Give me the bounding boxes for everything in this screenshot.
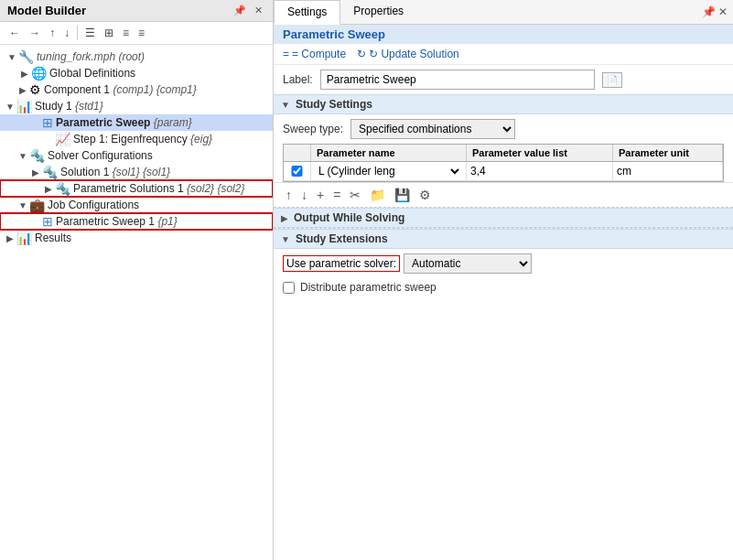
param-toolbar: ↑ ↓ + = ✂ 📁 💾 ⚙ (274, 182, 733, 207)
param-edit[interactable]: = (330, 187, 343, 203)
compute-label: = Compute (292, 48, 346, 60)
forward-button[interactable]: → (26, 25, 44, 41)
label-input[interactable] (320, 70, 595, 90)
param-add[interactable]: + (314, 187, 327, 203)
tree-item-sol2[interactable]: ▶ 🔩 Parametric Solutions 1 {sol2} {sol2} (0, 180, 273, 197)
output-header[interactable]: ▶ Output While Solving (274, 208, 733, 228)
toolbar-menu3[interactable]: ≡ (119, 25, 133, 41)
toggle-results[interactable]: ▶ (4, 233, 16, 243)
cell-unit-0: cm (613, 162, 723, 180)
param-solver-select[interactable]: Automatic On Off (404, 253, 532, 274)
tree-item-p1[interactable]: ▶ ⊞ Parametric Sweep 1 {p1} (0, 213, 273, 230)
left-panel: Model Builder 📌 ✕ ← → ↑ ↓ ☰ ⊞ ≡ ≡ ▼ 🔧 tu… (0, 0, 274, 560)
close-right-button[interactable]: ✕ (718, 5, 728, 18)
sol1-icon: 🔩 (42, 165, 58, 179)
compute-icon: = (283, 48, 289, 60)
down-button[interactable]: ↓ (60, 25, 73, 41)
param-value-input-0[interactable] (470, 165, 609, 178)
study-settings-title: Study Settings (296, 98, 372, 111)
update-solution-button[interactable]: ↻ ↻ Update Solution (357, 48, 459, 60)
p1-label: Parametric Sweep 1 {p1} (56, 215, 178, 228)
root-icon: 🔧 (18, 49, 34, 64)
param-unit-text-0: cm (617, 165, 631, 178)
param-move-down[interactable]: ↓ (298, 187, 310, 203)
study-extensions-section: ▼ Study Extensions Use parametric solver… (274, 228, 733, 296)
toggle-sol2[interactable]: ▶ (42, 184, 55, 194)
close-left-button[interactable]: ✕ (252, 4, 265, 17)
study-settings-header[interactable]: ▼ Study Settings (274, 94, 733, 114)
tree-item-global[interactable]: ▶ 🌐 Global Definitions (0, 65, 273, 81)
step1-label: Step 1: Eigenfrequency {eig} (73, 133, 212, 145)
tree-item-comp1[interactable]: ▶ ⚙ Component 1 (comp1) {comp1} (0, 81, 273, 98)
model-tree: ▼ 🔧 tuning_fork.mph (root) ▶ 🌐 Global De… (0, 45, 273, 560)
param-name-select-0[interactable]: L (Cylinder leng (315, 164, 462, 178)
pin-right-button[interactable]: 📌 (702, 5, 716, 18)
toolbar-menu1[interactable]: ☰ (81, 25, 99, 41)
toggle-study1[interactable]: ▼ (4, 102, 16, 112)
tab-settings[interactable]: Settings (274, 0, 340, 25)
toggle-solvercfg[interactable]: ▼ (16, 151, 29, 161)
toggle-comp1[interactable]: ▶ (16, 85, 29, 95)
update-icon: ↻ (357, 48, 366, 60)
sol2-label: Parametric Solutions 1 {sol2} {sol2} (73, 182, 244, 195)
tab-properties[interactable]: Properties (340, 0, 416, 24)
study-settings-arrow: ▼ (281, 100, 290, 110)
toggle-root[interactable]: ▼ (5, 52, 18, 62)
p1-icon: ⊞ (42, 214, 53, 229)
tree-item-jobcfg[interactable]: ▼ 💼 Job Configurations (0, 197, 273, 213)
study-ext-title: Study Extensions (296, 232, 388, 245)
param-folder[interactable]: 📁 (367, 187, 388, 203)
tab-controls: 📌 ✕ (696, 3, 733, 21)
study-ext-arrow: ▼ (281, 234, 290, 244)
sol1-label: Solution 1 {sol1} {sol1} (60, 166, 170, 178)
param-move-up[interactable]: ↑ (283, 187, 295, 203)
col-param-value: Parameter value list (467, 145, 613, 161)
tree-item-solvercfg[interactable]: ▼ 🔩 Solver Configurations (0, 147, 273, 164)
toggle-jobcfg[interactable]: ▼ (16, 200, 29, 210)
toolbar-menu2[interactable]: ⊞ (101, 25, 117, 41)
doc-button[interactable]: 📄 (602, 72, 622, 88)
toolbar-separator-1 (77, 26, 78, 40)
row-checkbox-0[interactable] (287, 166, 307, 177)
toggle-sol1[interactable]: ▶ (29, 167, 42, 178)
solvercfg-label: Solver Configurations (48, 149, 153, 162)
action-bar: = = Compute ↻ ↻ Update Solution (274, 44, 733, 65)
tree-item-results[interactable]: ▶ 📊 Results (0, 230, 273, 246)
compute-button[interactable]: = = Compute (283, 48, 346, 60)
global-icon: 🌐 (31, 66, 47, 81)
param-table: Parameter name Parameter value list Para… (283, 144, 724, 182)
right-tabs: Settings Properties 📌 ✕ (274, 0, 733, 25)
sweep-type-select[interactable]: Specified combinations All combinations (350, 119, 515, 139)
tree-item-step1[interactable]: ▶ 📈 Step 1: Eigenfrequency {eig} (0, 131, 273, 147)
cell-check-0[interactable] (284, 162, 311, 180)
up-button[interactable]: ↑ (46, 25, 59, 41)
tree-item-root[interactable]: ▼ 🔧 tuning_fork.mph (root) (0, 48, 273, 65)
study1-label: Study 1 {std1} (35, 100, 103, 113)
param-table-row-0: L (Cylinder leng cm (284, 162, 723, 181)
cell-value-0[interactable] (467, 162, 613, 180)
global-label: Global Definitions (49, 67, 135, 80)
tree-item-study1[interactable]: ▼ 📊 Study 1 {std1} (0, 98, 273, 114)
distribute-checkbox[interactable] (283, 282, 295, 294)
toolbar-menu4[interactable]: ≡ (135, 25, 148, 41)
jobcfg-icon: 💼 (29, 198, 45, 212)
param-table-header: Parameter name Parameter value list Para… (284, 145, 723, 162)
right-panel: Settings Properties 📌 ✕ Parametric Sweep… (274, 0, 733, 560)
right-content: Parametric Sweep = = Compute ↻ ↻ Update … (274, 25, 733, 560)
tree-item-paramsweep[interactable]: ▶ ⊞ Parametric Sweep {param} (0, 114, 273, 131)
param-save[interactable]: 💾 (392, 187, 413, 203)
tree-item-sol1[interactable]: ▶ 🔩 Solution 1 {sol1} {sol1} (0, 164, 273, 180)
sweep-type-label: Sweep type: (283, 123, 343, 135)
cell-name-0[interactable]: L (Cylinder leng (311, 162, 467, 180)
study-extensions-header[interactable]: ▼ Study Extensions (274, 229, 733, 249)
section-title-bar: Parametric Sweep (274, 25, 733, 44)
sweep-type-row: Sweep type: Specified combinations All c… (274, 114, 733, 144)
param-cut[interactable]: ✂ (347, 187, 363, 203)
back-button[interactable]: ← (5, 25, 24, 41)
col-check (284, 145, 311, 161)
label-field-label: Label: (283, 73, 313, 86)
distribute-label: Distribute parametric sweep (300, 281, 437, 294)
toggle-global[interactable]: ▶ (18, 69, 31, 79)
pin-button[interactable]: 📌 (231, 4, 249, 17)
param-settings[interactable]: ⚙ (416, 187, 434, 203)
